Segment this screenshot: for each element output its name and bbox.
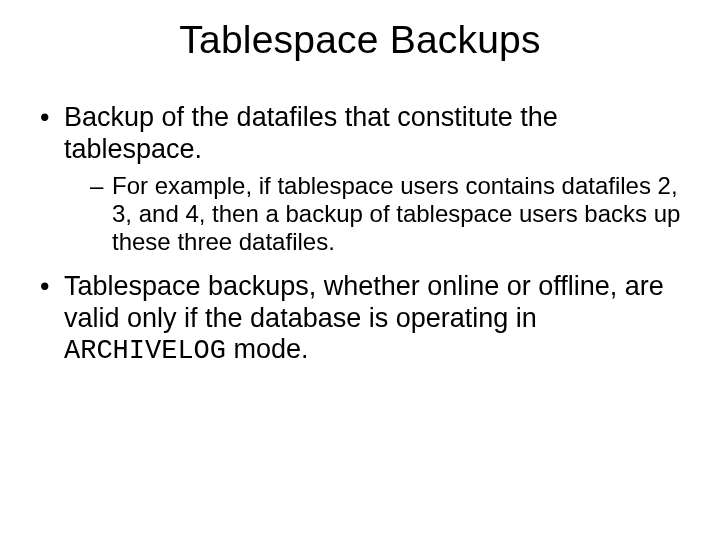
sub-bullet-list-1: For example, if tablespace users contain…: [64, 172, 686, 257]
bullet-1-text: Backup of the datafiles that constitute …: [64, 102, 558, 164]
bullet-2-pre: Tablespace backups, whether online or of…: [64, 271, 664, 333]
slide: Tablespace Backups Backup of the datafil…: [0, 0, 720, 540]
sub-bullet-1-text: For example, if tablespace users contain…: [112, 172, 680, 256]
bullet-2-code: ARCHIVELOG: [64, 336, 226, 366]
bullet-2-post: mode.: [226, 334, 309, 364]
bullet-1: Backup of the datafiles that constitute …: [34, 102, 686, 257]
bullet-list: Backup of the datafiles that constitute …: [30, 102, 690, 368]
bullet-2: Tablespace backups, whether online or of…: [34, 271, 686, 369]
sub-bullet-1: For example, if tablespace users contain…: [88, 172, 686, 257]
slide-title: Tablespace Backups: [30, 18, 690, 62]
